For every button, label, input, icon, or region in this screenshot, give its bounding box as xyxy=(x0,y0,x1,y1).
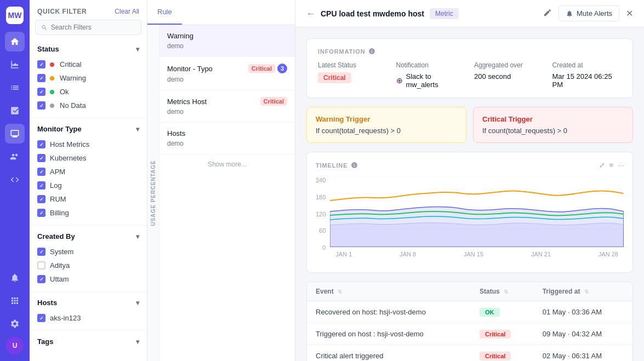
filter-search-box[interactable] xyxy=(35,20,141,35)
uttam-checkbox[interactable] xyxy=(37,275,45,283)
nav-graph-icon[interactable] xyxy=(5,55,25,75)
nav-integration-icon[interactable] xyxy=(5,291,25,311)
filter-item-warning[interactable]: Warning xyxy=(30,71,147,85)
critical-dot-icon xyxy=(50,62,54,67)
x-label-jan1: JAN 1 xyxy=(335,251,352,257)
filter-search-input[interactable] xyxy=(51,24,135,31)
mute-label: Mute Alerts xyxy=(577,9,612,18)
nav-code-icon[interactable] xyxy=(5,170,25,190)
nav-home-icon[interactable] xyxy=(5,32,25,51)
triggered-column-header[interactable]: Triggered at ⇅ xyxy=(534,282,632,301)
filter-item-rum[interactable]: RUM xyxy=(30,192,147,206)
triggered-cell-3: 02 May · 06:31 AM xyxy=(534,345,632,362)
left-navigation: MW U xyxy=(0,0,30,361)
quick-filter-label: QUICK FILTER xyxy=(37,8,87,15)
status-badge-ok-1: OK xyxy=(480,308,500,317)
filter-item-kubernetes[interactable]: Kubernetes xyxy=(30,151,147,165)
filter-item-system[interactable]: System xyxy=(30,245,147,259)
x-label-jan15: JAN 15 xyxy=(464,251,483,257)
notification-label: Notification xyxy=(396,61,466,69)
slack-icon: ⊕ xyxy=(396,76,403,85)
timeline-label: TIMELINE xyxy=(316,162,347,169)
filter-item-nodata[interactable]: No Data xyxy=(30,99,147,112)
table-row: Triggered on host : hsji-vost-demo Criti… xyxy=(307,323,632,345)
rule-count-badge: 3 xyxy=(277,64,287,73)
filter-item-critical[interactable]: Critical xyxy=(30,58,147,71)
expand-icon[interactable]: ⤢ xyxy=(599,161,605,169)
status-filter-header[interactable]: Status ▾ xyxy=(30,41,147,58)
user-avatar[interactable]: U xyxy=(6,337,24,354)
rum-checkbox[interactable] xyxy=(37,195,45,203)
timeline-section: TIMELINE ⤢ ≡ ··· 240 180 120 60 0 xyxy=(306,152,633,273)
event-sort-icon[interactable]: ⇅ xyxy=(338,289,342,295)
warning-checkbox[interactable] xyxy=(37,74,45,82)
tags-filter-header[interactable]: Tags ▾ xyxy=(30,333,147,350)
information-label: INFORMATION xyxy=(318,48,365,55)
created-by-chevron-icon: ▾ xyxy=(136,233,139,240)
rule-item-monitor-typo[interactable]: Monitor - Typo Critical 3 demo xyxy=(159,57,295,90)
warning-label: Warning xyxy=(60,74,86,82)
table-row: Recovered on host: hsji-vost-demo OK 01 … xyxy=(307,301,632,323)
monitor-type-filter-header[interactable]: Monitor Type ▾ xyxy=(30,121,147,137)
host-metrics-checkbox[interactable] xyxy=(37,140,45,148)
tags-chevron-icon: ▾ xyxy=(136,338,139,346)
edit-icon[interactable] xyxy=(543,8,552,19)
warning-dot-icon xyxy=(50,76,54,81)
nav-bell-icon[interactable] xyxy=(5,268,25,288)
rule-item-hosts[interactable]: Hosts demo xyxy=(159,123,295,154)
billing-checkbox[interactable] xyxy=(37,209,45,217)
filter-item-billing[interactable]: Billing xyxy=(30,206,147,220)
latest-status-label: Latest Status xyxy=(318,61,387,69)
nav-settings-icon[interactable] xyxy=(5,314,25,334)
created-by-filter-section: Created By ▾ System Aditya Uttam xyxy=(30,228,147,289)
filter-item-aks[interactable]: aks-in123 xyxy=(30,311,147,325)
middle-tabs: Rule xyxy=(147,0,295,25)
nav-people-icon[interactable] xyxy=(5,147,25,167)
nav-monitor-icon[interactable] xyxy=(5,124,25,144)
kubernetes-checkbox[interactable] xyxy=(37,154,45,162)
rule-item-warning[interactable]: Warning demo xyxy=(159,25,295,57)
latest-status-col: Latest Status Critical xyxy=(318,61,387,89)
status-sort-icon[interactable]: ⇅ xyxy=(504,289,508,295)
status-column-header[interactable]: Status ⇅ xyxy=(471,282,534,301)
filter-item-apm[interactable]: APM xyxy=(30,165,147,179)
log-checkbox[interactable] xyxy=(37,181,45,190)
show-more-area: Show more... xyxy=(159,154,295,174)
hosts-filter-section: Hosts ▾ aks-in123 xyxy=(30,294,147,328)
event-col-label: Event xyxy=(316,288,334,295)
filter-item-host-metrics[interactable]: Host Metrics xyxy=(30,137,147,151)
tab-rule[interactable]: Rule xyxy=(147,0,182,25)
nav-list-icon[interactable] xyxy=(5,78,25,98)
nav-chart-icon[interactable] xyxy=(5,101,25,121)
filter-item-uttam[interactable]: Uttam xyxy=(30,272,147,286)
filter-icon[interactable]: ≡ xyxy=(609,161,614,169)
warning-trigger-card: Warning Trigger If count(total_requests)… xyxy=(306,107,466,143)
triggered-sort-icon[interactable]: ⇅ xyxy=(584,289,589,295)
app-logo[interactable]: MW xyxy=(6,7,24,24)
filter-item-log[interactable]: Log xyxy=(30,179,147,192)
main-content: ← CPU load test mwdemo host Metric Mute … xyxy=(295,0,644,361)
apm-checkbox[interactable] xyxy=(37,168,45,176)
critical-checkbox[interactable] xyxy=(37,60,45,68)
filter-item-aditya[interactable]: Aditya xyxy=(30,259,147,272)
table-row: Critical alert triggered Critical 02 May… xyxy=(307,345,632,362)
filter-item-ok[interactable]: Ok xyxy=(30,85,147,99)
information-grid: Latest Status Critical Notification ⊕ Sl… xyxy=(318,61,622,89)
clear-all-button[interactable]: Clear All xyxy=(115,8,139,15)
mute-alerts-button[interactable]: Mute Alerts xyxy=(558,5,619,21)
rule-item-metrics-host[interactable]: Metrics Host Critical demo xyxy=(159,90,295,123)
aks-checkbox[interactable] xyxy=(37,314,45,322)
event-column-header[interactable]: Event ⇅ xyxy=(307,282,471,301)
system-checkbox[interactable] xyxy=(37,248,45,256)
rule-monitor-title: Monitor - Typo xyxy=(167,65,213,73)
nodata-checkbox[interactable] xyxy=(37,101,45,110)
main-header: ← CPU load test mwdemo host Metric Mute … xyxy=(295,0,644,27)
aditya-checkbox[interactable] xyxy=(37,261,45,270)
more-icon[interactable]: ··· xyxy=(618,161,624,169)
ok-checkbox[interactable] xyxy=(37,88,45,96)
close-button[interactable]: ✕ xyxy=(626,8,633,19)
created-by-filter-header[interactable]: Created By ▾ xyxy=(30,228,147,245)
header-left: ← CPU load test mwdemo host Metric xyxy=(306,8,459,19)
hosts-filter-header[interactable]: Hosts ▾ xyxy=(30,294,147,311)
back-button[interactable]: ← xyxy=(306,9,315,19)
